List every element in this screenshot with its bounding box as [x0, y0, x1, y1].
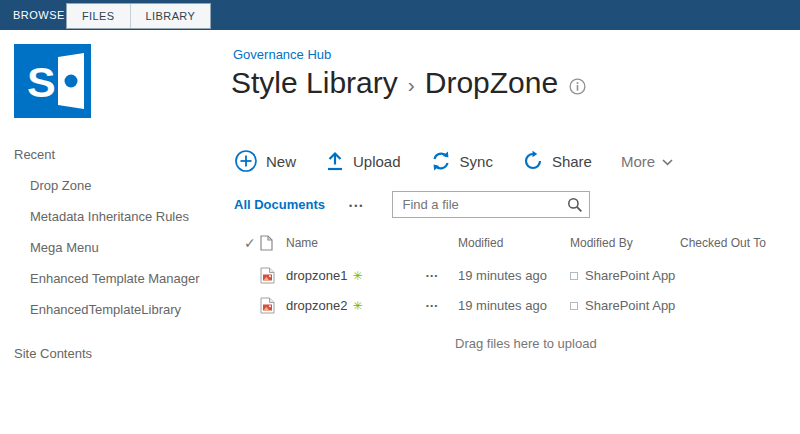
breadcrumb-separator: ›	[408, 70, 415, 97]
search-box	[392, 191, 590, 218]
upload-button-label: Upload	[353, 153, 401, 170]
table-header: ✓ Name Modified Modified By Checked Out …	[232, 231, 794, 255]
more-button-label: More	[621, 153, 655, 170]
file-icon	[260, 295, 286, 317]
search-icon[interactable]	[567, 197, 583, 217]
tab-files[interactable]: FILES	[67, 4, 130, 28]
new-button-label: New	[266, 153, 296, 170]
sharepoint-logo[interactable]: S	[14, 44, 91, 122]
file-type-column-icon	[260, 233, 286, 254]
column-header-name[interactable]: Name	[286, 236, 426, 250]
nav-heading-recent: Recent	[14, 146, 192, 164]
new-item-icon: ✳	[352, 299, 362, 313]
sidebar-item-metadata-inheritance-rules[interactable]: Metadata Inheritance Rules	[30, 208, 208, 226]
sidebar-item-site-contents[interactable]: Site Contents	[14, 345, 192, 363]
modified-by-link[interactable]: SharePoint App	[585, 298, 675, 313]
info-icon[interactable]	[569, 64, 586, 102]
sidebar-item-enhanced-template-manager[interactable]: Enhanced Template Manager	[30, 270, 208, 288]
breadcrumb-site-link[interactable]: Governance Hub	[233, 47, 331, 62]
sidebar-item-enhancedtemplatelibrary[interactable]: EnhancedTemplateLibrary	[30, 301, 208, 319]
tab-library[interactable]: LIBRARY	[130, 4, 211, 28]
command-toolbar: New Upload Sync Share More	[234, 146, 702, 176]
select-all-checkmark-icon[interactable]: ✓	[232, 235, 260, 251]
new-button[interactable]: New	[234, 149, 296, 173]
ribbon-bar: BROWSE FILES LIBRARY	[0, 0, 800, 30]
file-icon	[260, 265, 286, 287]
documents-table: ✓ Name Modified Modified By Checked Out …	[232, 231, 794, 322]
page-title: Style Library › DropZone	[231, 64, 586, 102]
sync-button-label: Sync	[460, 153, 493, 170]
left-navigation: Recent Drop Zone Metadata Inheritance Ru…	[14, 146, 219, 376]
presence-indicator	[570, 302, 578, 310]
sync-icon	[430, 150, 452, 172]
search-input[interactable]	[393, 192, 589, 217]
modified-cell: 19 minutes ago	[458, 268, 570, 283]
row-menu-ellipsis[interactable]: •••	[426, 301, 458, 310]
table-row[interactable]: dropzone1 ✳ ••• 19 minutes ago SharePoin…	[232, 262, 794, 289]
share-button-label: Share	[552, 153, 592, 170]
modified-by-link[interactable]: SharePoint App	[585, 268, 675, 283]
row-menu-ellipsis[interactable]: •••	[426, 271, 458, 280]
sharepoint-logo-icon: S	[14, 44, 91, 118]
svg-text:S: S	[27, 58, 56, 106]
view-options-ellipsis[interactable]: •••	[349, 197, 364, 211]
column-header-modified[interactable]: Modified	[458, 236, 570, 250]
page-title-library: Style Library	[231, 66, 398, 100]
share-button[interactable]: Share	[522, 150, 592, 172]
sidebar-item-drop-zone[interactable]: Drop Zone	[30, 177, 208, 195]
column-header-modified-by[interactable]: Modified By	[570, 236, 680, 250]
file-name-link[interactable]: dropzone2	[286, 298, 347, 313]
view-bar: All Documents •••	[234, 189, 590, 219]
chevron-down-icon	[662, 159, 673, 166]
ribbon-tab-group: FILES LIBRARY	[66, 3, 211, 29]
upload-icon	[325, 150, 345, 172]
drag-files-hint: Drag files here to upload	[455, 336, 597, 351]
view-all-documents[interactable]: All Documents	[234, 197, 325, 212]
modified-cell: 19 minutes ago	[458, 298, 570, 313]
upload-button[interactable]: Upload	[325, 150, 401, 172]
more-button[interactable]: More	[621, 153, 673, 170]
page-title-folder: DropZone	[425, 66, 558, 100]
plus-circle-icon	[234, 149, 258, 173]
new-item-icon: ✳	[352, 269, 362, 283]
sidebar-item-mega-menu[interactable]: Mega Menu	[30, 239, 208, 257]
share-icon	[522, 150, 544, 172]
tab-browse[interactable]: BROWSE	[13, 0, 65, 30]
sync-button[interactable]: Sync	[430, 150, 493, 172]
presence-indicator	[570, 272, 578, 280]
table-row[interactable]: dropzone2 ✳ ••• 19 minutes ago SharePoin…	[232, 292, 794, 319]
file-name-link[interactable]: dropzone1	[286, 268, 347, 283]
column-header-checked-out-to[interactable]: Checked Out To	[680, 236, 794, 250]
